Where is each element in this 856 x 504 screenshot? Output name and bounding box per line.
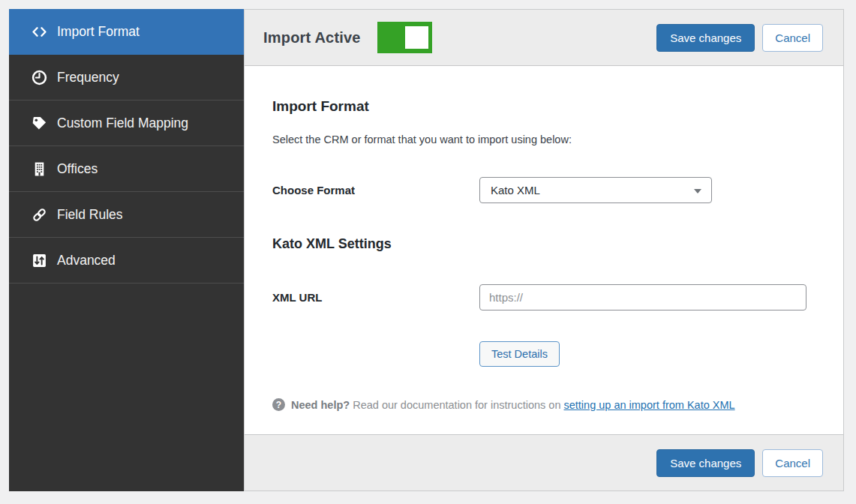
code-icon (32, 24, 47, 40)
test-details-button[interactable]: Test Details (479, 341, 560, 367)
help-regular-text: Read our documentation for instructions … (353, 399, 560, 411)
help-doc-link[interactable]: setting up an import from Kato XML (564, 399, 735, 411)
choose-format-row: Choose Format Kato XML (272, 177, 821, 203)
settings-content: Import Format Select the CRM or format t… (245, 66, 843, 434)
help-bold-text: Need help? (291, 399, 350, 411)
xml-url-label: XML URL (272, 291, 479, 304)
cancel-button-bottom[interactable]: Cancel (762, 449, 823, 477)
import-active-label: Import Active (263, 29, 361, 46)
page-title: Import Format (272, 98, 821, 115)
xml-url-input[interactable] (479, 284, 806, 310)
test-details-row: Test Details (272, 341, 821, 367)
sidebar-item-custom-field-mapping[interactable]: Custom Field Mapping (9, 100, 244, 146)
save-changes-button-bottom[interactable]: Save changes (656, 449, 755, 477)
question-icon: ? (272, 398, 285, 411)
xml-url-row: XML URL (272, 284, 821, 310)
sidebar-item-label: Field Rules (57, 207, 123, 223)
choose-format-select[interactable]: Kato XML (479, 177, 712, 203)
sidebar-item-frequency[interactable]: Frequency (9, 55, 244, 100)
sidebar-item-label: Custom Field Mapping (57, 116, 188, 131)
sidebar-item-label: Advanced (57, 253, 116, 268)
bottom-action-bar: Save changes Cancel (245, 434, 843, 490)
help-text: Need help? Read our documentation for in… (291, 399, 735, 411)
tag-icon (32, 116, 47, 131)
top-action-bar: Import Active Save changes Cancel (245, 10, 843, 66)
sidebar-item-label: Frequency (57, 70, 119, 86)
cancel-button-top[interactable]: Cancel (762, 24, 823, 52)
sidebar-item-label: Import Format (57, 24, 140, 40)
sidebar-item-field-rules[interactable]: Field Rules (9, 192, 244, 238)
choose-format-label: Choose Format (272, 184, 479, 196)
help-line: ? Need help? Read our documentation for … (272, 398, 821, 411)
settings-window: Import Format Frequency Custom Field Map… (9, 9, 844, 491)
building-icon (32, 161, 47, 177)
settings-subtitle: Kato XML Settings (272, 236, 821, 252)
link-icon (32, 207, 47, 223)
import-active-toggle[interactable] (377, 22, 432, 53)
chevron-down-icon (694, 189, 701, 194)
settings-sidebar: Import Format Frequency Custom Field Map… (9, 9, 244, 491)
choose-format-value: Kato XML (491, 184, 540, 196)
main-panel: Import Active Save changes Cancel Import… (244, 9, 844, 491)
sidebar-item-offices[interactable]: Offices (9, 146, 244, 192)
sidebar-item-label: Offices (57, 161, 98, 177)
save-changes-button-top[interactable]: Save changes (656, 24, 755, 52)
clock-icon (32, 70, 47, 86)
sidebar-item-advanced[interactable]: Advanced (9, 238, 244, 284)
sidebar-item-import-format[interactable]: Import Format (9, 9, 244, 55)
page-description: Select the CRM or format that you want t… (272, 134, 821, 146)
sliders-icon (32, 253, 47, 268)
toggle-knob (405, 26, 428, 49)
